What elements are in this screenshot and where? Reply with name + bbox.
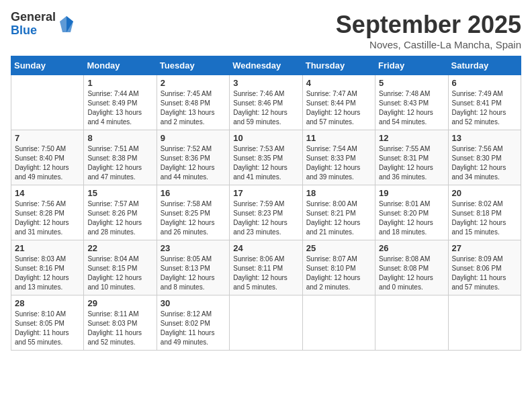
calendar-cell: 8Sunrise: 7:51 AM Sunset: 8:38 PM Daylig… — [84, 130, 157, 185]
day-number: 20 — [452, 188, 517, 198]
calendar-cell: 18Sunrise: 8:00 AM Sunset: 8:21 PM Dayli… — [302, 185, 375, 240]
calendar-cell — [230, 295, 302, 351]
calendar-cell: 20Sunrise: 8:02 AM Sunset: 8:18 PM Dayli… — [448, 185, 521, 240]
day-number: 1 — [87, 78, 152, 88]
day-info: Sunrise: 7:44 AM Sunset: 8:49 PM Dayligh… — [87, 89, 152, 127]
calendar-cell: 23Sunrise: 8:05 AM Sunset: 8:13 PM Dayli… — [157, 240, 229, 295]
calendar-cell: 12Sunrise: 7:55 AM Sunset: 8:31 PM Dayli… — [375, 130, 448, 185]
day-of-week-header: Friday — [375, 56, 448, 75]
calendar-cell — [302, 295, 375, 351]
calendar-cell: 14Sunrise: 7:56 AM Sunset: 8:28 PM Dayli… — [11, 185, 84, 240]
day-info: Sunrise: 8:02 AM Sunset: 8:18 PM Dayligh… — [452, 199, 517, 237]
calendar-cell: 29Sunrise: 8:11 AM Sunset: 8:03 PM Dayli… — [84, 295, 157, 351]
day-number: 22 — [87, 243, 152, 253]
day-number: 5 — [379, 78, 444, 88]
day-of-week-header: Saturday — [448, 56, 521, 75]
day-info: Sunrise: 8:10 AM Sunset: 8:05 PM Dayligh… — [15, 310, 80, 347]
day-number: 4 — [306, 78, 371, 88]
day-info: Sunrise: 7:57 AM Sunset: 8:26 PM Dayligh… — [87, 199, 152, 237]
day-info: Sunrise: 8:03 AM Sunset: 8:16 PM Dayligh… — [15, 255, 80, 292]
day-number: 27 — [452, 243, 517, 253]
day-number: 30 — [161, 298, 226, 308]
calendar-cell: 27Sunrise: 8:09 AM Sunset: 8:06 PM Dayli… — [448, 240, 521, 295]
calendar-week-row: 7Sunrise: 7:50 AM Sunset: 8:40 PM Daylig… — [11, 130, 521, 185]
day-of-week-header: Tuesday — [157, 56, 229, 75]
location: Noves, Castille-La Mancha, Spain — [336, 39, 521, 50]
page-header: General Blue September 2025 Noves, Casti… — [11, 11, 521, 50]
calendar-cell: 9Sunrise: 7:52 AM Sunset: 8:36 PM Daylig… — [157, 130, 229, 185]
day-of-week-header: Sunday — [11, 56, 84, 75]
logo-general-text: General — [11, 11, 56, 24]
calendar-cell: 10Sunrise: 7:53 AM Sunset: 8:35 PM Dayli… — [230, 130, 302, 185]
calendar-cell: 25Sunrise: 8:07 AM Sunset: 8:10 PM Dayli… — [302, 240, 375, 295]
day-info: Sunrise: 7:49 AM Sunset: 8:41 PM Dayligh… — [452, 89, 517, 127]
day-of-week-header: Thursday — [302, 56, 375, 75]
day-number: 28 — [15, 298, 80, 308]
calendar-cell: 26Sunrise: 8:08 AM Sunset: 8:08 PM Dayli… — [375, 240, 448, 295]
day-info: Sunrise: 7:52 AM Sunset: 8:36 PM Dayligh… — [161, 144, 226, 182]
day-number: 10 — [233, 133, 298, 143]
day-number: 17 — [233, 188, 298, 198]
day-info: Sunrise: 7:47 AM Sunset: 8:44 PM Dayligh… — [306, 89, 371, 127]
calendar-week-row: 28Sunrise: 8:10 AM Sunset: 8:05 PM Dayli… — [11, 295, 521, 351]
calendar-cell: 6Sunrise: 7:49 AM Sunset: 8:41 PM Daylig… — [448, 75, 521, 130]
calendar-week-row: 21Sunrise: 8:03 AM Sunset: 8:16 PM Dayli… — [11, 240, 521, 295]
calendar-cell: 5Sunrise: 7:48 AM Sunset: 8:43 PM Daylig… — [375, 75, 448, 130]
calendar-cell: 2Sunrise: 7:45 AM Sunset: 8:48 PM Daylig… — [157, 75, 229, 130]
calendar-header-row: SundayMondayTuesdayWednesdayThursdayFrid… — [11, 56, 521, 75]
calendar-cell: 4Sunrise: 7:47 AM Sunset: 8:44 PM Daylig… — [302, 75, 375, 130]
day-number: 6 — [452, 78, 517, 88]
calendar-cell: 22Sunrise: 8:04 AM Sunset: 8:15 PM Dayli… — [84, 240, 157, 295]
day-of-week-header: Monday — [84, 56, 157, 75]
day-number: 21 — [15, 243, 80, 253]
day-number: 3 — [233, 78, 298, 88]
day-number: 9 — [161, 133, 226, 143]
day-info: Sunrise: 8:11 AM Sunset: 8:03 PM Dayligh… — [87, 310, 152, 347]
calendar-table: SundayMondayTuesdayWednesdayThursdayFrid… — [11, 56, 521, 351]
day-info: Sunrise: 7:53 AM Sunset: 8:35 PM Dayligh… — [233, 144, 298, 182]
calendar-cell: 13Sunrise: 7:56 AM Sunset: 8:30 PM Dayli… — [448, 130, 521, 185]
day-number: 18 — [306, 188, 371, 198]
day-info: Sunrise: 8:01 AM Sunset: 8:20 PM Dayligh… — [379, 199, 444, 237]
calendar-cell: 30Sunrise: 8:12 AM Sunset: 8:02 PM Dayli… — [157, 295, 229, 351]
calendar-cell: 28Sunrise: 8:10 AM Sunset: 8:05 PM Dayli… — [11, 295, 84, 351]
day-info: Sunrise: 7:56 AM Sunset: 8:28 PM Dayligh… — [15, 199, 80, 237]
day-number: 14 — [15, 188, 80, 198]
day-info: Sunrise: 7:56 AM Sunset: 8:30 PM Dayligh… — [452, 144, 517, 182]
title-section: September 2025 Noves, Castille-La Mancha… — [336, 11, 521, 50]
day-number: 23 — [161, 243, 226, 253]
logo: General Blue — [11, 11, 75, 38]
logo-icon — [58, 15, 75, 34]
calendar-cell: 17Sunrise: 7:59 AM Sunset: 8:23 PM Dayli… — [230, 185, 302, 240]
day-info: Sunrise: 7:50 AM Sunset: 8:40 PM Dayligh… — [15, 144, 80, 182]
calendar-cell: 11Sunrise: 7:54 AM Sunset: 8:33 PM Dayli… — [302, 130, 375, 185]
calendar-cell — [448, 295, 521, 351]
day-info: Sunrise: 7:46 AM Sunset: 8:46 PM Dayligh… — [233, 89, 298, 127]
day-number: 11 — [306, 133, 371, 143]
calendar-cell: 1Sunrise: 7:44 AM Sunset: 8:49 PM Daylig… — [84, 75, 157, 130]
day-number: 13 — [452, 133, 517, 143]
day-number: 8 — [87, 133, 152, 143]
calendar-cell: 15Sunrise: 7:57 AM Sunset: 8:26 PM Dayli… — [84, 185, 157, 240]
day-number: 26 — [379, 243, 444, 253]
month-title: September 2025 — [336, 11, 521, 39]
day-info: Sunrise: 7:48 AM Sunset: 8:43 PM Dayligh… — [379, 89, 444, 127]
day-info: Sunrise: 7:55 AM Sunset: 8:31 PM Dayligh… — [379, 144, 444, 182]
logo-blue-text: Blue — [11, 24, 56, 38]
day-info: Sunrise: 8:05 AM Sunset: 8:13 PM Dayligh… — [161, 255, 226, 292]
day-number: 19 — [379, 188, 444, 198]
day-number: 2 — [161, 78, 226, 88]
day-info: Sunrise: 7:54 AM Sunset: 8:33 PM Dayligh… — [306, 144, 371, 182]
day-number: 15 — [87, 188, 152, 198]
calendar-cell — [375, 295, 448, 351]
day-info: Sunrise: 8:12 AM Sunset: 8:02 PM Dayligh… — [161, 310, 226, 347]
calendar-cell — [11, 75, 84, 130]
day-info: Sunrise: 8:08 AM Sunset: 8:08 PM Dayligh… — [379, 255, 444, 292]
calendar-cell: 24Sunrise: 8:06 AM Sunset: 8:11 PM Dayli… — [230, 240, 302, 295]
day-info: Sunrise: 8:00 AM Sunset: 8:21 PM Dayligh… — [306, 199, 371, 237]
calendar-cell: 7Sunrise: 7:50 AM Sunset: 8:40 PM Daylig… — [11, 130, 84, 185]
calendar-week-row: 14Sunrise: 7:56 AM Sunset: 8:28 PM Dayli… — [11, 185, 521, 240]
day-of-week-header: Wednesday — [230, 56, 302, 75]
day-info: Sunrise: 8:06 AM Sunset: 8:11 PM Dayligh… — [233, 255, 298, 292]
day-number: 24 — [233, 243, 298, 253]
